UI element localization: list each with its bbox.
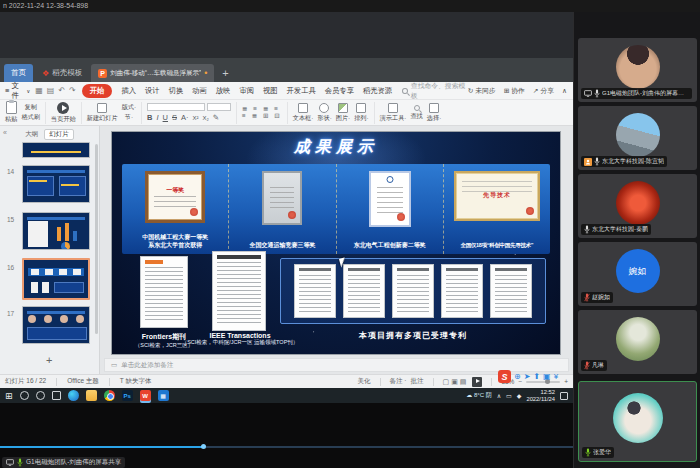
present-tools-button[interactable]: 演示工具·	[380, 103, 407, 123]
thumbnail-13-partial[interactable]	[22, 142, 90, 158]
edge-icon[interactable]	[68, 390, 79, 401]
format-painter-button[interactable]: 格式刷	[21, 113, 40, 122]
redo-icon[interactable]: ↷	[69, 86, 76, 95]
comment-button[interactable]: 批注	[411, 377, 424, 386]
photos-icon[interactable]: ▦	[158, 390, 169, 401]
bold-button[interactable]: B	[147, 113, 152, 122]
picture-button[interactable]: 图片·	[336, 103, 350, 123]
toolbar-member-icon[interactable]: ¥	[554, 372, 558, 381]
collapse-ribbon-icon[interactable]: ∧	[562, 87, 567, 95]
tab-docer-template[interactable]: ❖ 稻壳模板	[35, 64, 89, 82]
toolbar-arrow-icon[interactable]: ➤	[524, 372, 531, 381]
highlight-button[interactable]: ✎	[213, 113, 219, 122]
participant-tile-zhaowanru[interactable]: 婉如 赵婉如	[578, 242, 697, 306]
task-view-button[interactable]	[52, 391, 61, 400]
slideshow-play-button[interactable]	[472, 377, 482, 387]
tray-volume-icon[interactable]: ◆	[517, 392, 522, 399]
tab-outline[interactable]: 大纲	[25, 130, 38, 139]
ribbon-tab-design[interactable]: 设计	[145, 86, 160, 96]
action-center-button[interactable]	[560, 392, 568, 400]
command-search[interactable]: 查找命令、搜索模板	[402, 81, 468, 101]
play-from-current-button[interactable]: 当页开始	[51, 102, 76, 124]
collaborate-button[interactable]: ⊞ 协作	[504, 86, 525, 96]
tab-slides[interactable]: 幻灯片	[44, 129, 74, 140]
save-icon[interactable]: ▦	[35, 86, 43, 95]
ribbon-tab-docer-res[interactable]: 稻壳资源	[363, 86, 392, 96]
participant-tile-chenyitao[interactable]: 东北大学科技园-陈宜韬	[578, 106, 697, 170]
share-button[interactable]: ↗ 分享	[533, 86, 554, 96]
add-slide-button[interactable]: +	[46, 354, 52, 366]
new-slide-button[interactable]: 新建幻灯片	[87, 103, 118, 123]
tray-network-icon[interactable]: ▭	[506, 392, 512, 399]
wps-icon[interactable]: W	[140, 390, 151, 401]
ribbon-tab-member[interactable]: 会员专享	[325, 86, 354, 96]
undo-icon[interactable]: ↶	[58, 86, 65, 95]
ribbon-tab-animation[interactable]: 动画	[192, 86, 207, 96]
toolbar-screen-icon[interactable]: ▣	[543, 372, 551, 381]
tab-document[interactable]: P 刘曲伟-移动“…车载磁悬浮展示” •	[91, 64, 214, 82]
toolbar-mic-icon[interactable]: ⬆	[533, 372, 540, 381]
select-button[interactable]: 选择·	[427, 103, 441, 123]
print-icon[interactable]: ▤	[47, 86, 55, 95]
sync-status[interactable]: ↻ 未同步	[468, 86, 496, 96]
section-button[interactable]: 节·	[125, 113, 133, 122]
quick-access-toolbar[interactable]: ▦ ▤ ↶ ↷	[35, 86, 76, 95]
weather-widget[interactable]: ☁ 8°C 阴	[466, 391, 491, 400]
clock[interactable]: 12:52 2022/11/24	[526, 389, 555, 402]
textbox-button[interactable]: 文本框·	[293, 103, 314, 123]
tab-home[interactable]: 首页	[4, 64, 33, 82]
strike-button[interactable]: S	[172, 113, 177, 122]
panel-scrollbar[interactable]	[95, 144, 98, 334]
subscript-button[interactable]: X₂	[203, 115, 209, 121]
file-menu[interactable]: ≡ 文件 ∨	[0, 81, 35, 101]
note-button[interactable]: 备注 ·	[390, 377, 407, 386]
zoom-in-button[interactable]: +	[564, 378, 568, 385]
underline-button[interactable]: U	[163, 113, 168, 122]
player-titlebar[interactable]: n 2022-11-24 12-38-54-898	[0, 0, 700, 12]
chrome-icon[interactable]	[104, 390, 115, 401]
font-color-button[interactable]: A·	[181, 113, 189, 122]
arrange-button[interactable]: 排列·	[354, 103, 368, 123]
progress-playhead[interactable]	[201, 444, 206, 449]
ribbon-tab-transition[interactable]: 切换	[169, 86, 184, 96]
thumbnail-17[interactable]	[22, 306, 90, 344]
cortana-button[interactable]	[36, 391, 45, 400]
start-button[interactable]: ⊞	[5, 391, 13, 401]
slide-canvas[interactable]: 成果展示 一等奖 中国机械工程大赛一等奖 系东北大学首次获得	[112, 132, 560, 354]
find-button[interactable]: 查找	[410, 105, 422, 121]
participant-tile-zhangaihua[interactable]: 张爱华	[578, 381, 697, 462]
layout-button[interactable]: 版式·	[122, 103, 136, 112]
ribbon-tab-start[interactable]: 开始	[82, 84, 113, 98]
progress-bar-track[interactable]	[204, 446, 620, 448]
toolbar-audio-icon[interactable]: ⊕	[514, 372, 521, 381]
file-explorer-icon[interactable]	[86, 390, 97, 401]
view-mode-buttons[interactable]: ▢▣▤	[443, 378, 469, 386]
participant-tile-fanlin[interactable]: 凡琳	[578, 310, 697, 374]
progress-bar-played[interactable]	[0, 446, 204, 448]
superscript-button[interactable]: X²	[193, 115, 199, 121]
copy-button[interactable]: 复制	[24, 103, 36, 112]
theme-name[interactable]: Office 主题	[67, 377, 99, 386]
participant-tile-liuquwei[interactable]: G1电磁炮团队-刘曲伟的屏幕共享	[578, 38, 697, 102]
beautify-button[interactable]: 美化	[358, 377, 371, 386]
photoshop-icon[interactable]: Ps	[122, 390, 133, 401]
tray-expand-icon[interactable]: ∧	[497, 392, 501, 399]
thumbnail-14[interactable]	[22, 165, 90, 203]
search-button[interactable]	[20, 391, 29, 400]
missing-fonts-warning[interactable]: T 缺失字体	[120, 377, 152, 386]
new-tab-button[interactable]: +	[214, 64, 236, 82]
thumbnail-15[interactable]	[22, 212, 90, 250]
italic-button[interactable]: I	[156, 113, 158, 122]
thumbnail-16-selected[interactable]	[22, 258, 90, 300]
ribbon-tab-insert[interactable]: 插入	[121, 86, 136, 96]
paste-button[interactable]: 粘贴	[5, 101, 17, 124]
ribbon-tab-view[interactable]: 视图	[263, 86, 278, 96]
font-name-select[interactable]	[147, 103, 205, 111]
shape-button[interactable]: 形状·	[317, 103, 331, 123]
sogou-ime-icon[interactable]: S	[498, 370, 511, 383]
font-size-select[interactable]	[207, 103, 231, 111]
ribbon-tab-dev[interactable]: 开发工具	[287, 86, 316, 96]
ribbon-tab-slideshow[interactable]: 放映	[216, 86, 231, 96]
alignment-buttons[interactable]: ≣ ≡ ≣ ≡ ≡ ≣ ⊞ ⊟	[242, 106, 282, 120]
ribbon-tab-review[interactable]: 审阅	[239, 86, 254, 96]
